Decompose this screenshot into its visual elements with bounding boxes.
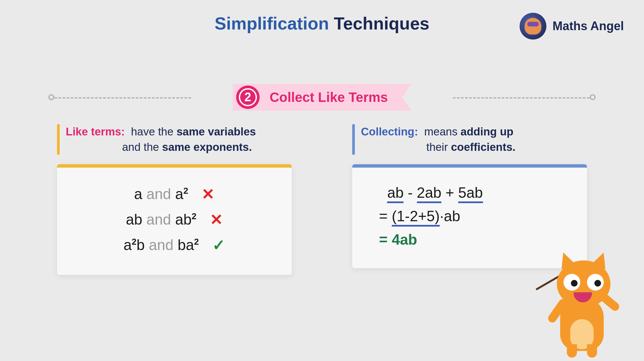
accent-bar-yellow — [57, 124, 60, 155]
equation-result: = 4ab — [369, 231, 570, 248]
title-part2: Techniques — [334, 14, 429, 33]
divider-left — [50, 97, 191, 99]
card-bar-blue — [352, 164, 587, 168]
dot-left — [48, 94, 54, 100]
title-part1: Simplification — [215, 14, 329, 33]
brand-name: Maths Angel — [552, 19, 624, 33]
example-row-1: a and a2 ✕ — [74, 185, 275, 203]
right-definition: Collecting: means adding up their coeffi… — [352, 124, 587, 155]
cross-icon: ✕ — [202, 185, 215, 203]
right-def-text: Collecting: means adding up their coeffi… — [361, 124, 516, 155]
mascot-cat — [540, 250, 627, 358]
cross-icon: ✕ — [210, 210, 223, 229]
step-label: Collect Like Terms — [270, 90, 388, 105]
left-card: a and a2 ✕ ab and ab2 ✕ a2b and ba2 ✓ — [57, 164, 292, 275]
card-bar-yellow — [57, 164, 292, 168]
left-def-text: Like terms: have the same variables and … — [66, 124, 256, 155]
example-row-2: ab and ab2 ✕ — [74, 210, 275, 229]
step-indicator: 2 Collect Like Terms — [0, 84, 644, 111]
step-number: 2 — [239, 88, 257, 106]
divider-right — [453, 97, 594, 99]
step-number-badge: 2 — [236, 85, 260, 109]
left-column: Like terms: have the same variables and … — [57, 124, 292, 275]
brand-logo: Maths Angel — [520, 13, 624, 40]
equation-line-2: = (1-2+5)·ab — [369, 208, 570, 225]
dot-right — [590, 94, 596, 100]
logo-icon — [520, 13, 546, 40]
step-banner: 2 Collect Like Terms — [233, 84, 412, 111]
equation-line-1: ab - 2ab + 5ab — [369, 184, 570, 201]
accent-bar-blue — [352, 124, 355, 155]
check-icon: ✓ — [212, 236, 225, 254]
left-definition: Like terms: have the same variables and … — [57, 124, 292, 155]
example-row-3: a2b and ba2 ✓ — [74, 236, 275, 254]
